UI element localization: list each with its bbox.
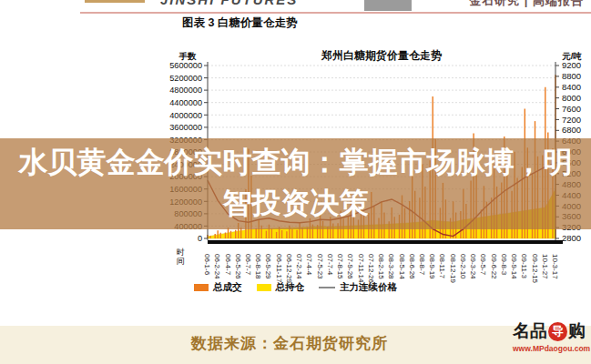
right-axis-tick-label: 8400	[562, 82, 581, 92]
x-axis-date-label: 09-9-14	[510, 254, 518, 279]
x-axis-date-label: 08-3-28	[387, 254, 395, 279]
x-axis-date-label: 07-11-14	[357, 254, 365, 283]
headline-line2: 智投资决策	[0, 183, 591, 224]
x-axis-date-label: 06-11-17	[275, 254, 283, 283]
left-axis-tick-label: 4800000	[169, 86, 202, 95]
x-axis-date-label: 07-7-4	[326, 254, 334, 276]
left-axis-tick-label: 5200000	[169, 74, 202, 83]
x-axis-date-label: 06-1-6	[203, 254, 211, 276]
x-axis-date-label: 07-4-4	[305, 254, 313, 276]
x-axis-date-label: 09-5-7	[479, 254, 487, 276]
watermark-logo-text-left: 名品	[513, 319, 547, 343]
x-axis-date-label: 09-8-3	[500, 254, 508, 276]
legend-item: 主力连续价格	[319, 281, 397, 294]
legend-item: 总成交	[194, 281, 242, 294]
data-source-text: 数据来源：金石期货研究所	[191, 333, 388, 354]
right-axis-tick-label: 8800	[562, 71, 581, 81]
x-axis-date-label: 08-12-19	[449, 254, 457, 284]
x-axis-date-label: 06-9-29	[264, 254, 272, 279]
x-axis-date-label: 09-6-22	[490, 254, 498, 279]
watermark-logo-url: www.MPdaogou.com	[513, 344, 586, 353]
x-axis-line	[208, 240, 563, 244]
legend-line-swatch	[319, 287, 335, 288]
chart-legend: 总成交总持仓主力连续价格	[0, 281, 591, 294]
x-axis-date-label: 07-2-14	[295, 254, 303, 279]
right-axis-tick-label: 8000	[562, 93, 581, 103]
legend-label: 主力连续价格	[340, 281, 397, 294]
x-axis-date-label: 06-2-24	[213, 254, 221, 279]
x-axis-date-label: 07-9-26	[346, 254, 354, 279]
x-axis-date-label: 10-1-27	[541, 254, 549, 279]
x-axis-date-label: 10-3-17	[551, 254, 559, 279]
right-axis-tick-label: 7200	[562, 115, 581, 125]
headline-line1: 水贝黄金金价实时查询：掌握市场脉搏，明	[0, 142, 591, 183]
left-axis-tick-label: 0	[198, 234, 202, 243]
x-axis-date-label: 06-5-26	[234, 254, 242, 279]
x-axis-date-label: 06-4-7	[224, 254, 232, 276]
x-axis-date-label: 09-2-10	[459, 254, 467, 279]
x-axis-date-label: 07-8-15	[336, 254, 344, 279]
x-axis-date-label: 06-7-7	[244, 254, 252, 276]
left-axis-tick-label: 4000000	[169, 111, 202, 120]
watermark-logo: 名品 导 购 www.MPdaogou.com	[513, 319, 586, 353]
left-axis-tick-label: 3600000	[169, 123, 202, 132]
left-axis-tick-label: 4400000	[169, 98, 202, 107]
legend-color-swatch	[257, 284, 271, 291]
x-axis-date-label: 08-8-7	[418, 254, 426, 276]
x-axis-date-label: 07-12-26	[367, 254, 375, 284]
watermark-logo-circle-icon: 导	[548, 322, 567, 341]
x-axis-date-label: 08-5-14	[398, 254, 406, 279]
legend-label: 总成交	[213, 281, 242, 294]
x-axis-date-label: 06-8-18	[254, 254, 262, 279]
x-axis-date-label: 08-9-19	[428, 254, 436, 279]
right-axis-tick-label: 9200	[562, 60, 581, 70]
right-axis-tick-label: 2800	[562, 233, 581, 243]
x-axis-date-label: 08-2-15	[377, 254, 385, 279]
x-axis-date-label: 09-12-15	[531, 254, 539, 284]
left-axis-tick-label: 5600000	[169, 61, 202, 70]
x-axis-date-label: 07-5-23	[316, 254, 324, 279]
x-axis-date-label: 09-3-24	[469, 254, 477, 279]
headline-text: 水贝黄金金价实时查询：掌握市场脉搏，明 智投资决策	[0, 142, 591, 224]
x-axis-date-label: 06-12-29	[285, 254, 293, 284]
x-axis-date-label: 09-11-3	[520, 254, 528, 279]
right-axis-tick-label: 7600	[562, 104, 581, 114]
x-axis-date-label: 08-6-26	[408, 254, 416, 279]
watermark-logo-text-right: 购	[568, 319, 586, 343]
right-axis-tick-label: 6800	[562, 125, 581, 135]
legend-color-swatch	[194, 284, 209, 291]
x-axis-date-label: 08-11-7	[438, 254, 446, 279]
legend-label: 总持仓	[276, 281, 305, 294]
legend-item: 总持仓	[257, 281, 305, 294]
article-hero-image: JINSHI FUTURES 金石研究 | 高端报告 图表 3 白糖价量仓走势 …	[0, 0, 591, 364]
